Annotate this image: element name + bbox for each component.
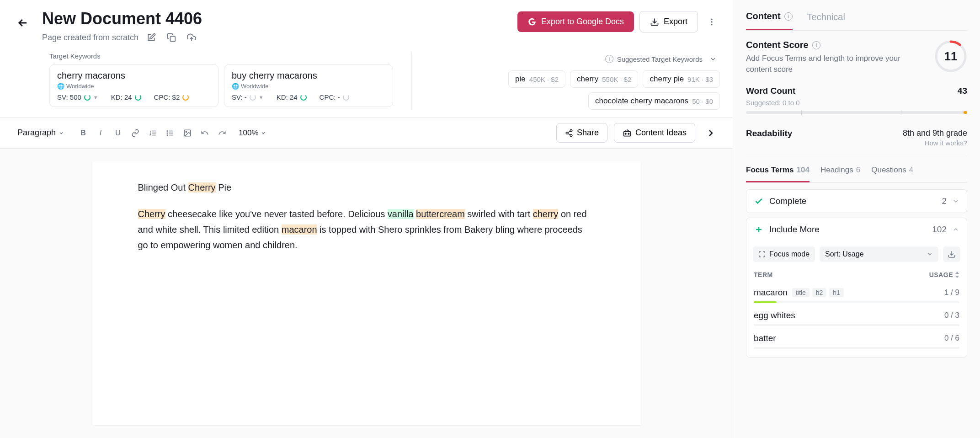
word-count-label: Word Count [746, 86, 795, 96]
cpc-ring-icon [182, 94, 189, 101]
sort-icon[interactable] [955, 272, 959, 278]
bold-button[interactable]: B [75, 125, 91, 141]
export-label: Export [664, 17, 687, 27]
share-button[interactable]: Share [556, 123, 607, 143]
link-button[interactable] [127, 125, 144, 141]
chevron-down-icon[interactable]: ▼ [93, 95, 98, 100]
check-icon [754, 196, 764, 206]
suggested-chip[interactable]: cherry550K · $2 [570, 70, 638, 88]
accordion-complete[interactable]: Complete 2 [746, 189, 967, 213]
kd-ring-icon [300, 94, 307, 101]
next-chevron-icon[interactable] [702, 124, 720, 142]
highlighted-term: macaron [282, 224, 317, 235]
ordered-list-button[interactable] [144, 125, 161, 141]
svg-point-11 [167, 133, 168, 134]
svg-point-2 [711, 21, 712, 22]
document-title: New Document 4406 [42, 9, 508, 28]
tab-content[interactable]: Content i [746, 11, 793, 30]
target-keywords-label: Target Keywords [49, 52, 393, 60]
keyword-card[interactable]: buy cherry macarons 🌐Worldwide SV: -▼ KD… [224, 64, 393, 107]
upload-cloud-icon[interactable] [184, 30, 199, 45]
readability-link[interactable]: How it works? [903, 139, 967, 147]
term-tag: h2 [812, 288, 827, 297]
content-ideas-button[interactable]: Content Ideas [614, 123, 695, 143]
term-tag: title [792, 288, 810, 297]
tab-focus-terms[interactable]: Focus Terms 104 [746, 166, 810, 182]
export-google-docs-button[interactable]: Export to Google Docs [517, 11, 634, 32]
cpc-ring-icon [343, 94, 349, 101]
term-row[interactable]: macaron title h2 h1 1 / 9 [753, 283, 960, 306]
kd-ring-icon [135, 94, 141, 101]
svg-point-21 [625, 133, 626, 134]
back-button[interactable] [13, 13, 33, 33]
download-button[interactable] [943, 246, 960, 262]
suggested-chip[interactable]: pie450K · $2 [508, 70, 565, 88]
plus-icon [754, 224, 764, 235]
tab-questions[interactable]: Questions 4 [871, 166, 913, 182]
svg-point-17 [570, 134, 572, 137]
italic-button[interactable]: I [92, 125, 109, 141]
copy-icon[interactable] [164, 30, 179, 45]
term-tag: h1 [829, 288, 844, 297]
redo-button[interactable] [214, 125, 230, 141]
sort-select[interactable]: Sort: Usage [820, 246, 938, 262]
svg-point-15 [570, 129, 572, 132]
chevron-down-icon [952, 198, 959, 205]
globe-icon: 🌐 [57, 83, 64, 90]
term-row[interactable]: batter 0 / 6 [753, 329, 960, 352]
info-icon[interactable]: i [812, 41, 820, 49]
underline-button[interactable]: U [110, 125, 126, 141]
word-count-value: 43 [958, 86, 967, 96]
focus-mode-button[interactable]: Focus mode [753, 246, 815, 262]
document-subtitle: Page created from scratch [42, 33, 138, 43]
svg-point-14 [186, 131, 186, 132]
word-count-bar [746, 111, 967, 114]
svg-point-10 [167, 130, 168, 131]
edit-icon[interactable] [144, 30, 159, 45]
svg-line-18 [568, 134, 570, 135]
paragraph-select[interactable]: Paragraph [13, 125, 69, 140]
suggested-chip[interactable]: cherry pie91K · $3 [643, 70, 720, 88]
readability-value: 8th and 9th grade [903, 128, 967, 138]
expand-chevron-icon[interactable] [706, 52, 720, 66]
svg-point-12 [167, 134, 168, 135]
readability-label: Readability [746, 128, 792, 139]
highlighted-term: cherry [533, 209, 559, 219]
image-button[interactable] [179, 125, 196, 141]
accordion-include-more[interactable]: Include More 102 [746, 218, 967, 241]
chevron-down-icon[interactable]: ▼ [259, 95, 264, 100]
column-usage[interactable]: USAGE [929, 271, 953, 278]
info-icon[interactable]: i [784, 12, 793, 21]
tab-technical[interactable]: Technical [807, 11, 845, 30]
sv-ring-icon [250, 94, 256, 101]
editor-content[interactable]: Blinged Out Cherry Pie Cherry cheesecake… [92, 161, 641, 425]
svg-line-19 [568, 131, 570, 132]
export-google-label: Export to Google Docs [541, 17, 624, 27]
chevron-up-icon [952, 226, 959, 233]
highlighted-term: Cherry [188, 182, 216, 192]
suggested-chip[interactable]: chocolate cherry macarons50 · $0 [588, 92, 720, 110]
export-button[interactable]: Export [639, 11, 698, 32]
content-score-desc: Add Focus Terms and length to improve yo… [746, 53, 925, 75]
score-ring: 11 [934, 40, 967, 73]
keyword-card[interactable]: cherry macarons 🌐Worldwide SV: 500▼ KD: … [49, 64, 218, 107]
svg-rect-0 [170, 37, 176, 42]
bullet-list-button[interactable] [162, 125, 178, 141]
sv-ring-icon [84, 94, 91, 101]
tab-headings[interactable]: Headings 6 [820, 166, 860, 182]
more-menu-icon[interactable] [703, 14, 720, 30]
keyword-name: cherry macarons [57, 70, 211, 81]
highlighted-term: Cherry [138, 209, 165, 219]
zoom-select[interactable]: 100% [239, 128, 266, 138]
svg-point-3 [711, 24, 712, 25]
undo-button[interactable] [197, 125, 213, 141]
svg-point-16 [566, 132, 568, 134]
highlighted-term: buttercream [416, 209, 465, 219]
info-icon[interactable]: i [605, 55, 613, 63]
word-count-suggested: Suggested: 0 to 0 [746, 99, 967, 107]
suggested-keywords-label: Suggested Target Keywords [617, 55, 703, 63]
term-row[interactable]: egg whites 0 / 3 [753, 306, 960, 329]
globe-icon: 🌐 [232, 83, 239, 90]
content-score-title: Content Score [746, 40, 809, 50]
highlighted-term: vanilla [388, 209, 414, 219]
